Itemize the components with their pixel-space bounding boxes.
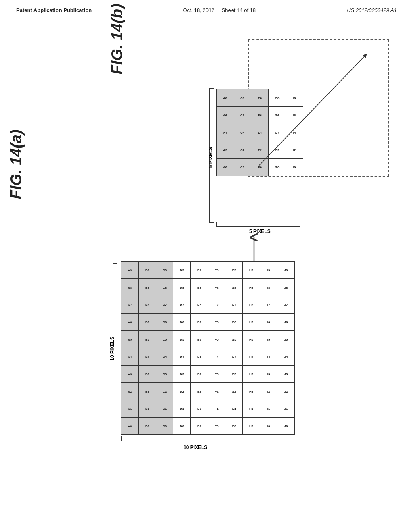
grid-cell: F4 [208, 348, 225, 366]
grid-cell: J0 [277, 418, 295, 435]
grid-cell: A2 [121, 383, 139, 400]
grid-cell: J8 [277, 279, 295, 296]
grid-cell: I0 [260, 418, 277, 435]
main-content: FIG. 14(b) 5 PIXELS A8C8E8G8I8A6C6E6G6I6… [0, 17, 413, 525]
grid-cell: A5 [121, 331, 139, 348]
grid-cell: F3 [208, 366, 225, 383]
grid-cell: C4 [234, 124, 251, 141]
publication-date: Oct. 18, 2012 [183, 7, 214, 13]
grid-cell: C2 [234, 141, 251, 159]
grid-cell: C0 [156, 418, 173, 435]
grid-cell: J9 [277, 262, 295, 279]
grid-cell: H7 [243, 296, 260, 314]
grid-cell: H6 [243, 314, 260, 331]
grid-cell: B2 [139, 383, 156, 400]
bracket-bottom-5pixels [216, 222, 300, 227]
grid-cell: F8 [208, 279, 225, 296]
grid-cell: I2 [260, 383, 277, 400]
grid-cell: J3 [277, 366, 295, 383]
grid-cell: F0 [208, 418, 225, 435]
grid-cell: A8 [217, 89, 234, 107]
grid-cell: G6 [225, 314, 243, 331]
page-header: Patent Application Publication Oct. 18, … [0, 0, 413, 13]
grid-cell: A9 [121, 262, 139, 279]
grid-cell: C8 [156, 279, 173, 296]
grid-cell: E4 [191, 348, 208, 366]
grid-cell: A3 [121, 366, 139, 383]
grid-cell: I8 [260, 279, 277, 296]
grid-cell: G9 [225, 262, 243, 279]
grid-cell: G2 [225, 383, 243, 400]
grid-cell: F5 [208, 331, 225, 348]
grid-cell: H2 [243, 383, 260, 400]
grid-cell: D8 [173, 279, 191, 296]
grid-cell: D2 [173, 383, 191, 400]
grid-cell: H4 [243, 348, 260, 366]
publication-date-sheet: Oct. 18, 2012 Sheet 14 of 18 [183, 7, 256, 13]
grid-cell: E3 [191, 366, 208, 383]
grid-10x10: A9B9C9D9E9F9G9H9I9J9A8B8C8D8E8F8G8H8I8J8… [121, 261, 295, 435]
grid-cell: B5 [139, 331, 156, 348]
grid-cell: E1 [191, 400, 208, 418]
grid-cell: C8 [234, 89, 251, 107]
grid-cell: A0 [217, 159, 234, 176]
y-label-10pixels: 10 PIXELS [109, 337, 115, 360]
grid-cell: D4 [173, 348, 191, 366]
grid-cell: B1 [139, 400, 156, 418]
grid-cell: J5 [277, 331, 295, 348]
grid-cell: B4 [139, 348, 156, 366]
grid-cell: E6 [191, 314, 208, 331]
grid-cell: D0 [173, 418, 191, 435]
up-arrow [242, 233, 266, 266]
grid-cell: G8 [225, 279, 243, 296]
grid-cell: J1 [277, 400, 295, 418]
grid-cell: B0 [139, 418, 156, 435]
grid-cell: D5 [173, 331, 191, 348]
grid-cell: H9 [243, 262, 260, 279]
publication-label: Patent Application Publication [16, 7, 92, 13]
grid-cell: A0 [121, 418, 139, 435]
grid-cell: A6 [121, 314, 139, 331]
grid-cell: C5 [156, 331, 173, 348]
grid-cell: A1 [121, 400, 139, 418]
grid-cell: C9 [156, 262, 173, 279]
grid-cell: H0 [243, 418, 260, 435]
grid-cell: J6 [277, 314, 295, 331]
grid-cell: A8 [121, 279, 139, 296]
grid-cell: E8 [191, 279, 208, 296]
grid-cell: J4 [277, 348, 295, 366]
grid-cell: A6 [217, 107, 234, 124]
grid-cell: D1 [173, 400, 191, 418]
grid-cell: C1 [156, 400, 173, 418]
grid-cell: I9 [260, 262, 277, 279]
grid-cell: J2 [277, 383, 295, 400]
grid-cell: A4 [217, 124, 234, 141]
grid-cell: F6 [208, 314, 225, 331]
grid-cell: C7 [156, 296, 173, 314]
grid-cell: I7 [260, 296, 277, 314]
figure-label-b: FIG. 14(b) [108, 4, 126, 74]
figure-label-a: FIG. 14(a) [8, 129, 25, 199]
grid-cell: I3 [260, 366, 277, 383]
grid-cell: G0 [225, 418, 243, 435]
grid-cell: F1 [208, 400, 225, 418]
grid-cell: H8 [243, 279, 260, 296]
grid-cell: G1 [225, 400, 243, 418]
grid-cell: F9 [208, 262, 225, 279]
publication-number: US 2012/0263429 A1 [347, 7, 397, 13]
grid-cell: B9 [139, 262, 156, 279]
grid-cell: A4 [121, 348, 139, 366]
grid-cell: H3 [243, 366, 260, 383]
grid-cell: D9 [173, 262, 191, 279]
grid-cell: E9 [191, 262, 208, 279]
x-label-10pixels: 10 PIXELS [184, 445, 207, 450]
grid-cell: I1 [260, 400, 277, 418]
grid-cell: B7 [139, 296, 156, 314]
grid-cell: G4 [225, 348, 243, 366]
grid-cell: A7 [121, 296, 139, 314]
grid-cell: B8 [139, 279, 156, 296]
grid-cell: D7 [173, 296, 191, 314]
sheet-info: Sheet 14 of 18 [222, 7, 256, 13]
grid-cell: E0 [191, 418, 208, 435]
grid-cell: C0 [234, 159, 251, 176]
